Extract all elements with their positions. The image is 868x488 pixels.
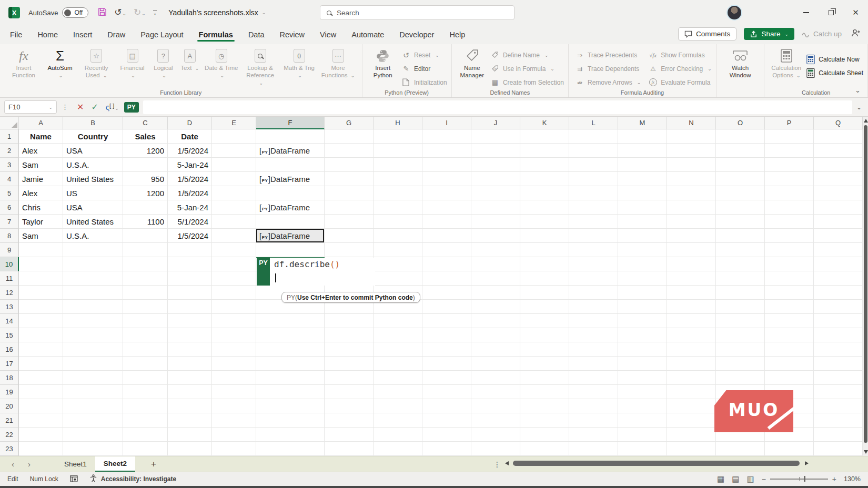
cell[interactable] <box>618 186 667 200</box>
cell[interactable] <box>765 300 814 314</box>
cell[interactable] <box>716 357 765 371</box>
cell[interactable]: 1/5/2024 <box>168 172 212 186</box>
cell[interactable] <box>814 215 863 229</box>
cell[interactable] <box>618 399 667 413</box>
cell[interactable] <box>569 200 618 215</box>
formula-input[interactable] <box>143 100 852 114</box>
remove-arrows-button[interactable]: ⇏Remove Arrows⌄ <box>575 76 641 88</box>
cell[interactable] <box>168 271 212 286</box>
sheet-tab-sheet1[interactable]: Sheet1 <box>56 456 95 472</box>
cell[interactable] <box>716 328 765 342</box>
cell[interactable] <box>716 229 765 243</box>
cell[interactable] <box>667 257 716 271</box>
cell[interactable]: 1/5/2024 <box>168 186 212 200</box>
cell[interactable] <box>422 399 471 413</box>
name-box[interactable]: F10 ⌄ <box>4 100 57 114</box>
tab-formulas[interactable]: Formulas <box>198 27 234 43</box>
insert-python-button[interactable]: Insert Python <box>367 47 399 81</box>
cell[interactable] <box>123 413 168 428</box>
cell[interactable] <box>422 385 471 399</box>
cell[interactable] <box>471 371 520 385</box>
zoom-knob[interactable] <box>804 476 805 482</box>
cell[interactable] <box>716 286 765 300</box>
cell[interactable] <box>212 243 256 257</box>
cell[interactable] <box>520 385 569 399</box>
cell[interactable] <box>422 286 471 300</box>
autosave-toggle[interactable]: Off <box>62 7 88 18</box>
cell[interactable] <box>569 413 618 428</box>
tab-developer[interactable]: Developer <box>399 27 435 43</box>
cell[interactable] <box>256 442 325 456</box>
scroll-down-icon[interactable] <box>864 450 868 454</box>
avatar[interactable] <box>728 6 741 19</box>
cell[interactable] <box>716 271 765 286</box>
cell[interactable] <box>667 229 716 243</box>
cell[interactable] <box>325 385 374 399</box>
cell[interactable]: USA <box>63 144 123 158</box>
cell[interactable] <box>422 428 471 442</box>
row-header-14[interactable]: 14 <box>0 314 19 328</box>
cell[interactable] <box>168 257 212 271</box>
cell[interactable] <box>667 300 716 314</box>
cell[interactable] <box>63 243 123 257</box>
cell[interactable] <box>667 385 716 399</box>
cell[interactable] <box>212 399 256 413</box>
cell[interactable] <box>569 129 618 144</box>
cell[interactable] <box>63 428 123 442</box>
editor-button[interactable]: ✎Editor <box>401 63 447 75</box>
cell[interactable] <box>168 342 212 357</box>
cell[interactable] <box>422 342 471 357</box>
cell[interactable] <box>168 357 212 371</box>
previous-sheet-button[interactable]: ‹ <box>12 460 14 469</box>
row-header-4[interactable]: 4 <box>0 172 19 186</box>
row-header-20[interactable]: 20 <box>0 399 19 413</box>
cell[interactable] <box>716 371 765 385</box>
column-header-G[interactable]: G <box>325 117 374 129</box>
recently-used-button[interactable]: ☆Recently Used ⌄ <box>77 47 116 81</box>
expand-formula-bar-button[interactable]: ⌄ <box>856 104 862 111</box>
cell[interactable] <box>471 271 520 286</box>
cell[interactable] <box>422 186 471 200</box>
cell[interactable] <box>374 129 422 144</box>
cell[interactable] <box>212 342 256 357</box>
cell[interactable] <box>471 172 520 186</box>
cell[interactable] <box>19 357 63 371</box>
close-button[interactable]: ✕ <box>843 0 868 25</box>
cell[interactable] <box>471 413 520 428</box>
cell[interactable] <box>667 442 716 456</box>
zoom-out-icon[interactable]: − <box>762 475 766 483</box>
cell[interactable] <box>814 385 863 399</box>
cell[interactable] <box>716 215 765 229</box>
cell[interactable] <box>422 257 471 271</box>
column-header-I[interactable]: I <box>422 117 471 129</box>
cell[interactable] <box>618 286 667 300</box>
cell[interactable] <box>569 186 618 200</box>
cell[interactable] <box>618 144 667 158</box>
show-formulas-button[interactable]: √fxShow Formulas <box>648 49 712 61</box>
scroll-left-icon[interactable] <box>505 461 509 465</box>
cell[interactable] <box>168 243 212 257</box>
cell[interactable] <box>618 371 667 385</box>
cell[interactable]: US <box>63 186 123 200</box>
cell[interactable] <box>19 342 63 357</box>
cell[interactable] <box>618 442 667 456</box>
header-cell[interactable]: Sales <box>123 129 168 144</box>
cell[interactable] <box>212 442 256 456</box>
cell[interactable] <box>569 385 618 399</box>
cell[interactable] <box>618 229 667 243</box>
cell[interactable] <box>471 229 520 243</box>
cell[interactable] <box>765 243 814 257</box>
zoom-track[interactable] <box>770 479 828 479</box>
cell[interactable] <box>63 385 123 399</box>
insert-python-object-button[interactable]: ς[ ]⌄ <box>106 103 119 111</box>
cell[interactable] <box>667 172 716 186</box>
cell[interactable] <box>814 371 863 385</box>
cell[interactable] <box>814 442 863 456</box>
cell[interactable] <box>123 342 168 357</box>
cell[interactable] <box>63 357 123 371</box>
cell[interactable] <box>168 428 212 442</box>
cell[interactable] <box>422 158 471 172</box>
scroll-right-icon[interactable] <box>805 461 809 465</box>
cell[interactable] <box>667 314 716 328</box>
row-header-19[interactable]: 19 <box>0 385 19 399</box>
